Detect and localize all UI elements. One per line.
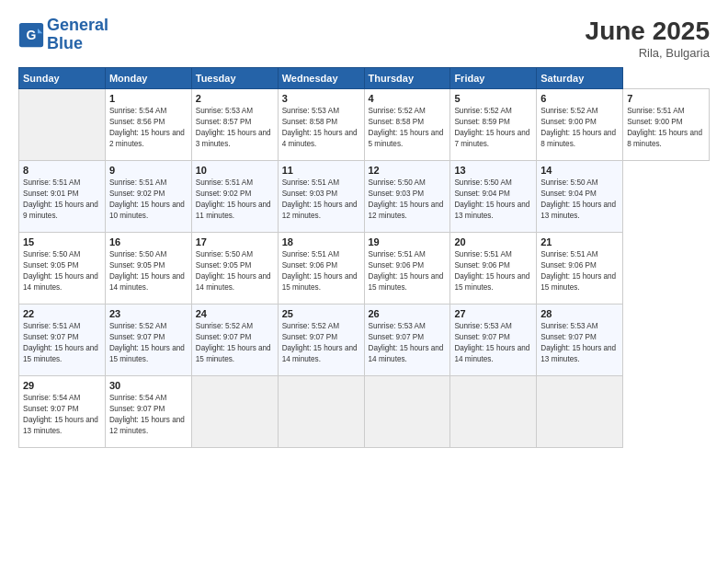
day-info: Sunrise: 5:52 AMSunset: 9:07 PMDaylight:…	[282, 321, 360, 365]
logo-general: General	[47, 16, 108, 34]
calendar-week-row: 1Sunrise: 5:54 AMSunset: 8:56 PMDaylight…	[19, 89, 710, 161]
day-number: 11	[282, 165, 360, 176]
table-row: 9Sunrise: 5:51 AMSunset: 9:02 PMDaylight…	[105, 161, 191, 233]
day-info: Sunrise: 5:52 AMSunset: 9:00 PMDaylight:…	[540, 106, 619, 150]
table-row: 17Sunrise: 5:50 AMSunset: 9:05 PMDayligh…	[191, 233, 278, 304]
day-number: 2	[196, 93, 274, 104]
day-number: 7	[627, 93, 705, 104]
day-info: Sunrise: 5:51 AMSunset: 9:06 PMDaylight:…	[540, 249, 619, 293]
col-monday: Monday	[105, 68, 191, 89]
col-saturday: Saturday	[537, 68, 623, 89]
table-row: 13Sunrise: 5:50 AMSunset: 9:04 PMDayligh…	[450, 161, 537, 233]
day-number: 20	[454, 236, 532, 247]
table-row	[191, 376, 278, 448]
day-number: 28	[540, 308, 619, 319]
table-row: 7Sunrise: 5:51 AMSunset: 9:00 PMDaylight…	[623, 89, 710, 161]
table-row: 5Sunrise: 5:52 AMSunset: 8:59 PMDaylight…	[450, 89, 537, 161]
col-tuesday: Tuesday	[191, 68, 278, 89]
day-number: 27	[454, 308, 532, 319]
day-number: 26	[369, 308, 447, 319]
table-row: 18Sunrise: 5:51 AMSunset: 9:06 PMDayligh…	[278, 233, 364, 304]
title-block: June 2025 Rila, Bulgaria	[586, 17, 710, 60]
day-number: 24	[196, 308, 274, 319]
table-row: 19Sunrise: 5:51 AMSunset: 9:06 PMDayligh…	[364, 233, 450, 304]
day-number: 17	[196, 236, 274, 247]
day-info: Sunrise: 5:51 AMSunset: 9:00 PMDaylight:…	[627, 106, 705, 150]
day-number: 23	[109, 308, 188, 319]
table-row	[450, 376, 537, 448]
day-info: Sunrise: 5:52 AMSunset: 8:58 PMDaylight:…	[369, 106, 447, 150]
table-row: 15Sunrise: 5:50 AMSunset: 9:05 PMDayligh…	[19, 233, 106, 304]
logo-icon: G	[18, 22, 44, 48]
col-wednesday: Wednesday	[278, 68, 364, 89]
table-row: 10Sunrise: 5:51 AMSunset: 9:02 PMDayligh…	[191, 161, 278, 233]
table-row: 11Sunrise: 5:51 AMSunset: 9:03 PMDayligh…	[278, 161, 364, 233]
page: G General Blue June 2025 Rila, Bulgaria …	[0, 0, 728, 563]
day-number: 15	[23, 236, 101, 247]
day-number: 19	[369, 236, 447, 247]
table-row: 16Sunrise: 5:50 AMSunset: 9:05 PMDayligh…	[105, 233, 191, 304]
day-number: 5	[454, 93, 532, 104]
day-info: Sunrise: 5:50 AMSunset: 9:04 PMDaylight:…	[540, 178, 619, 222]
header: G General Blue June 2025 Rila, Bulgaria	[18, 17, 710, 60]
table-row: 23Sunrise: 5:52 AMSunset: 9:07 PMDayligh…	[105, 304, 191, 376]
logo: G General Blue	[18, 17, 108, 53]
table-row: 22Sunrise: 5:51 AMSunset: 9:07 PMDayligh…	[19, 304, 106, 376]
day-number: 16	[109, 236, 188, 247]
table-row: 24Sunrise: 5:52 AMSunset: 9:07 PMDayligh…	[191, 304, 278, 376]
table-row: 3Sunrise: 5:53 AMSunset: 8:58 PMDaylight…	[278, 89, 364, 161]
table-row: 1Sunrise: 5:54 AMSunset: 8:56 PMDaylight…	[105, 89, 191, 161]
location: Rila, Bulgaria	[586, 46, 710, 60]
day-number: 10	[196, 165, 274, 176]
day-info: Sunrise: 5:53 AMSunset: 9:07 PMDaylight:…	[369, 321, 447, 365]
col-friday: Friday	[450, 68, 537, 89]
day-info: Sunrise: 5:51 AMSunset: 9:07 PMDaylight:…	[23, 321, 101, 365]
table-row: 14Sunrise: 5:50 AMSunset: 9:04 PMDayligh…	[537, 161, 623, 233]
calendar-table: Sunday Monday Tuesday Wednesday Thursday…	[18, 67, 710, 448]
day-number: 9	[109, 165, 188, 176]
calendar-week-row: 8Sunrise: 5:51 AMSunset: 9:01 PMDaylight…	[19, 161, 710, 233]
table-row: 27Sunrise: 5:53 AMSunset: 9:07 PMDayligh…	[450, 304, 537, 376]
day-info: Sunrise: 5:51 AMSunset: 9:06 PMDaylight:…	[282, 249, 360, 293]
table-row: 6Sunrise: 5:52 AMSunset: 9:00 PMDaylight…	[537, 89, 623, 161]
day-number: 3	[282, 93, 360, 104]
day-info: Sunrise: 5:51 AMSunset: 9:06 PMDaylight:…	[454, 249, 532, 293]
day-info: Sunrise: 5:51 AMSunset: 9:02 PMDaylight:…	[196, 178, 274, 222]
day-number: 21	[540, 236, 619, 247]
day-info: Sunrise: 5:54 AMSunset: 8:56 PMDaylight:…	[109, 106, 188, 150]
day-number: 14	[540, 165, 619, 176]
day-number: 12	[369, 165, 447, 176]
day-number: 8	[23, 165, 101, 176]
table-row: 21Sunrise: 5:51 AMSunset: 9:06 PMDayligh…	[537, 233, 623, 304]
table-row: 30Sunrise: 5:54 AMSunset: 9:07 PMDayligh…	[105, 376, 191, 448]
logo-text: General Blue	[47, 17, 108, 53]
table-row	[19, 89, 106, 161]
table-row: 2Sunrise: 5:53 AMSunset: 8:57 PMDaylight…	[191, 89, 278, 161]
calendar-week-row: 15Sunrise: 5:50 AMSunset: 9:05 PMDayligh…	[19, 233, 710, 304]
day-info: Sunrise: 5:52 AMSunset: 9:07 PMDaylight:…	[109, 321, 188, 365]
calendar-week-row: 22Sunrise: 5:51 AMSunset: 9:07 PMDayligh…	[19, 304, 710, 376]
day-info: Sunrise: 5:51 AMSunset: 9:03 PMDaylight:…	[282, 178, 360, 222]
day-number: 1	[109, 93, 188, 104]
table-row: 28Sunrise: 5:53 AMSunset: 9:07 PMDayligh…	[537, 304, 623, 376]
day-number: 18	[282, 236, 360, 247]
day-info: Sunrise: 5:54 AMSunset: 9:07 PMDaylight:…	[109, 393, 188, 437]
day-info: Sunrise: 5:53 AMSunset: 9:07 PMDaylight:…	[454, 321, 532, 365]
day-info: Sunrise: 5:51 AMSunset: 9:01 PMDaylight:…	[23, 178, 101, 222]
calendar-header-row: Sunday Monday Tuesday Wednesday Thursday…	[19, 68, 710, 89]
month-year: June 2025	[586, 17, 710, 46]
table-row: 8Sunrise: 5:51 AMSunset: 9:01 PMDaylight…	[19, 161, 106, 233]
table-row: 4Sunrise: 5:52 AMSunset: 8:58 PMDaylight…	[364, 89, 450, 161]
day-number: 6	[540, 93, 619, 104]
day-info: Sunrise: 5:53 AMSunset: 8:57 PMDaylight:…	[196, 106, 274, 150]
day-info: Sunrise: 5:52 AMSunset: 8:59 PMDaylight:…	[454, 106, 532, 150]
table-row	[537, 376, 623, 448]
calendar-week-row: 29Sunrise: 5:54 AMSunset: 9:07 PMDayligh…	[19, 376, 710, 448]
logo-blue: Blue	[47, 34, 83, 52]
day-info: Sunrise: 5:50 AMSunset: 9:05 PMDaylight:…	[23, 249, 101, 293]
day-number: 29	[23, 380, 101, 391]
day-number: 30	[109, 380, 188, 391]
day-info: Sunrise: 5:50 AMSunset: 9:05 PMDaylight:…	[109, 249, 188, 293]
svg-text:G: G	[27, 28, 37, 42]
col-sunday: Sunday	[19, 68, 106, 89]
